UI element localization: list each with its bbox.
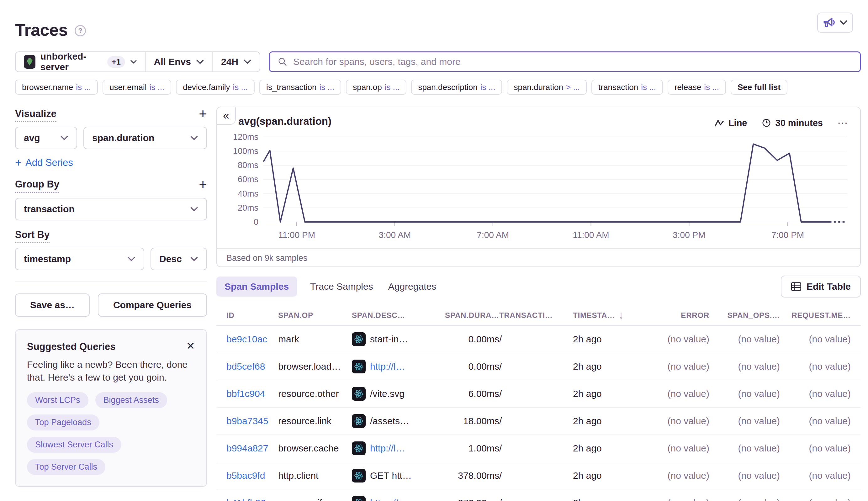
span-id-link[interactable]: bbf1c904 [226,388,265,399]
column-header-desc[interactable]: SPAN.DESC… [352,311,425,320]
y-tick-label: 0 [217,217,258,227]
op-value: resource.ifra… [278,498,352,501]
transaction-value: / [499,498,573,501]
tab-span-samples[interactable]: Span Samples [216,277,297,297]
request_method-value: (no value) [780,470,851,481]
column-header-transaction[interactable]: TRANSACTI… [499,311,573,320]
y-tick-label: 60ms [217,175,258,184]
span-description[interactable]: http://l… [370,443,405,454]
span-id-link[interactable]: b5bac9fd [226,470,265,481]
span-id-link[interactable]: b41bfb26 [226,498,266,501]
add-visualize-button[interactable]: + [199,108,207,119]
table-row: b994a827browser.cachehttp://l…1.00ms/2h … [216,435,861,462]
time-range-selector[interactable]: 24H [212,52,260,72]
column-header-id[interactable]: ID [226,311,278,320]
span-id-link[interactable]: be9c10ac [226,334,267,344]
chart-interval-label: 30 minutes [775,118,823,128]
column-header-error[interactable]: ERROR [647,311,709,320]
timestamp-value[interactable]: 2h ago [573,361,602,372]
request_method-value: (no value) [780,334,851,344]
filter-chip[interactable]: span.descriptionis ... [411,79,502,95]
page-title: Traces [15,20,68,40]
help-icon[interactable]: ? [75,25,86,36]
table-row: be9c10acmarkstart-in…0.00ms/2h ago(no va… [216,326,861,353]
filter-chip[interactable]: releaseis ... [668,79,726,95]
span-id-link[interactable]: bd5cef68 [226,361,265,372]
suggested-query-pill[interactable]: Top Pageloads [27,415,99,430]
project-selector[interactable]: unborked-server +1 [16,52,145,72]
span_ops-value: (no value) [709,388,780,399]
whats-new-button[interactable] [817,12,853,33]
timestamp-value[interactable]: 2h ago [573,470,602,481]
table-row: b5bac9fdhttp.clientGET htt…378.00ms/2h a… [216,462,861,489]
filter-chip[interactable]: browser.nameis ... [15,79,98,95]
filter-chip[interactable]: device.familyis ... [176,79,255,95]
suggested-queries-card: Suggested Queries ✕ Feeling like a newb?… [15,329,207,487]
timestamp-value[interactable]: 2h ago [573,388,602,399]
environment-selector[interactable]: All Envs [145,52,212,72]
compare-queries-button[interactable]: Compare Queries [98,294,207,317]
save-as-button[interactable]: Save as… [15,294,90,317]
add-series-button[interactable]: + Add Series [15,156,73,169]
transaction-value: / [499,416,573,426]
chart-type-toggle[interactable]: Line [714,118,747,128]
x-tick-label: 3:00 PM [664,230,714,240]
timestamp-value[interactable]: 2h ago [573,334,602,344]
chart-interval-selector[interactable]: 30 minutes [762,118,823,128]
tab-aggregates[interactable]: Aggregates [387,277,438,297]
suggested-query-pills: Worst LCPsBiggest AssetsTop PageloadsSlo… [27,392,195,475]
table-row: b9ba7345resource.link/assets…18.00ms/2h … [216,407,861,435]
filter-chip[interactable]: user.emailis ... [103,79,171,95]
y-tick-label: 80ms [217,161,258,170]
span_ops-value: (no value) [709,416,780,426]
plus-icon: + [15,156,22,169]
y-tick-label: 120ms [217,132,258,142]
react-icon [352,441,366,455]
column-header-span_ops[interactable]: SPAN_OPS.… [709,311,780,320]
suggested-query-pill[interactable]: Slowest Server Calls [27,437,121,453]
span-id-link[interactable]: b994a827 [226,443,268,454]
column-header-duration[interactable]: SPAN.DURA… [425,311,499,320]
timestamp-value[interactable]: 2h ago [573,443,602,454]
search-input[interactable] [293,56,852,67]
group-by-select[interactable]: transaction [15,198,207,221]
tab-trace-samples[interactable]: Trace Samples [308,277,375,297]
duration-value: 1.00ms [425,443,499,454]
react-icon [352,496,366,501]
sort-direction-select[interactable]: Desc [150,248,207,270]
error-value: (no value) [647,361,709,372]
collapse-sidebar-button[interactable]: « [216,107,236,125]
project-extra-badge: +1 [107,56,125,68]
column-header-request_method[interactable]: REQUEST.ME… [780,311,851,320]
op-value: resource.link [278,416,352,426]
close-icon[interactable]: ✕ [186,341,195,351]
chevron-down-icon [243,59,252,64]
duration-value: 0.00ms [425,334,499,344]
chart-more-menu[interactable]: ⋯ [837,117,849,129]
filter-chip[interactable]: span.opis ... [346,79,406,95]
suggested-query-pill[interactable]: Worst LCPs [27,392,88,408]
search-bar [269,51,861,72]
chart-plot-area[interactable] [263,134,847,228]
see-full-list-button[interactable]: See full list [731,79,787,95]
chart-x-axis: 11:00 PM3:00 AM7:00 AM11:00 AM3:00 PM7:0… [263,230,847,243]
column-header-op[interactable]: SPAN.OP [278,311,352,320]
sort-field-select[interactable]: timestamp [15,248,144,270]
aggregate-select[interactable]: avg [15,127,77,149]
suggested-query-pill[interactable]: Top Server Calls [27,459,105,475]
filter-chip[interactable]: is_transactionis ... [260,79,341,95]
add-group-by-button[interactable]: + [199,179,207,190]
filter-chip[interactable]: span.duration> ... [507,79,587,95]
field-select[interactable]: span.duration [83,127,207,149]
y-tick-label: 20ms [217,203,258,213]
column-header-timestamp[interactable]: TIMESTA…↓ [573,310,647,321]
filter-chip[interactable]: transactionis ... [591,79,663,95]
span-id-link[interactable]: b9ba7345 [226,416,268,426]
timestamp-value[interactable]: 2h ago [573,498,602,501]
suggested-query-pill[interactable]: Biggest Assets [95,392,167,408]
edit-table-button[interactable]: Edit Table [781,276,861,298]
timestamp-value[interactable]: 2h ago [573,416,602,426]
span-description[interactable]: http://l… [370,361,405,372]
span-description[interactable]: https://… [370,498,407,501]
suggested-queries-title: Suggested Queries [27,341,116,352]
